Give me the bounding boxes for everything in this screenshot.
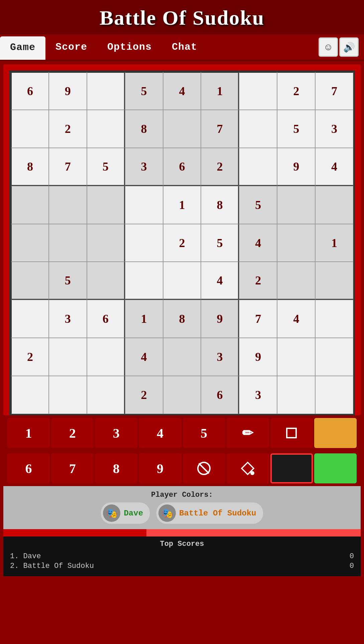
tab-score[interactable]: Score [45, 34, 97, 60]
sudoku-cell[interactable]: 3 [201, 338, 239, 376]
sudoku-cell[interactable] [87, 72, 125, 110]
sudoku-cell[interactable]: 4 [315, 148, 353, 186]
sudoku-cell[interactable]: 1 [125, 300, 163, 338]
sudoku-cell[interactable] [11, 262, 49, 300]
numpad-btn-pencil[interactable]: ✏ [227, 418, 269, 448]
sudoku-cell[interactable] [11, 300, 49, 338]
sudoku-cell[interactable]: 9 [239, 338, 277, 376]
numpad-btn-green-color[interactable] [314, 453, 357, 483]
numpad-btn-5[interactable]: 5 [183, 418, 225, 448]
sudoku-cell[interactable] [277, 224, 315, 262]
sudoku-cell[interactable]: 4 [163, 72, 201, 110]
numpad-btn-black-color[interactable] [270, 453, 313, 483]
sudoku-cell[interactable]: 1 [163, 186, 201, 224]
sudoku-cell[interactable]: 5 [277, 110, 315, 148]
sudoku-cell[interactable] [125, 224, 163, 262]
sudoku-cell[interactable] [49, 224, 87, 262]
numpad-btn-6[interactable]: 6 [7, 453, 50, 483]
sudoku-cell[interactable] [11, 186, 49, 224]
sudoku-cell[interactable] [49, 376, 87, 414]
sudoku-cell[interactable] [163, 376, 201, 414]
sudoku-cell[interactable] [315, 376, 353, 414]
sudoku-cell[interactable]: 4 [125, 338, 163, 376]
sudoku-cell[interactable] [315, 338, 353, 376]
sudoku-cell[interactable]: 6 [87, 300, 125, 338]
emoji-button[interactable]: ☺ [319, 37, 338, 57]
numpad-btn-no-symbol[interactable] [183, 453, 225, 483]
sudoku-cell[interactable]: 6 [163, 148, 201, 186]
sudoku-cell[interactable] [87, 186, 125, 224]
sudoku-cell[interactable]: 2 [11, 338, 49, 376]
sudoku-cell[interactable]: 7 [201, 110, 239, 148]
sudoku-cell[interactable] [163, 110, 201, 148]
sudoku-cell[interactable]: 1 [201, 72, 239, 110]
sudoku-cell[interactable] [277, 262, 315, 300]
numpad-btn-diamond-fill[interactable] [227, 453, 269, 483]
sudoku-cell[interactable]: 7 [315, 72, 353, 110]
tab-options[interactable]: Options [97, 34, 162, 60]
sudoku-cell[interactable] [87, 110, 125, 148]
sudoku-cell[interactable] [125, 262, 163, 300]
sudoku-cell[interactable] [49, 186, 87, 224]
numpad-btn-1[interactable]: 1 [7, 418, 50, 448]
sudoku-cell[interactable]: 9 [277, 148, 315, 186]
sudoku-cell[interactable] [239, 148, 277, 186]
tab-game[interactable]: Game [0, 36, 45, 60]
sudoku-cell[interactable]: 5 [49, 262, 87, 300]
sudoku-cell[interactable]: 6 [201, 376, 239, 414]
numpad-btn-8[interactable]: 8 [95, 453, 137, 483]
sudoku-cell[interactable] [87, 376, 125, 414]
tab-chat[interactable]: Chat [162, 34, 207, 60]
sudoku-cell[interactable] [239, 72, 277, 110]
numpad-btn-7[interactable]: 7 [51, 453, 94, 483]
sudoku-cell[interactable]: 8 [11, 148, 49, 186]
sudoku-cell[interactable]: 7 [239, 300, 277, 338]
sudoku-cell[interactable]: 5 [239, 186, 277, 224]
sudoku-cell[interactable]: 7 [49, 148, 87, 186]
sudoku-cell[interactable] [87, 224, 125, 262]
sudoku-cell[interactable] [11, 110, 49, 148]
sudoku-cell[interactable]: 4 [277, 300, 315, 338]
sudoku-cell[interactable]: 9 [201, 300, 239, 338]
sudoku-cell[interactable]: 6 [11, 72, 49, 110]
sudoku-cell[interactable]: 2 [239, 262, 277, 300]
sudoku-cell[interactable] [277, 186, 315, 224]
sudoku-cell[interactable]: 2 [49, 110, 87, 148]
sudoku-cell[interactable] [163, 262, 201, 300]
sudoku-cell[interactable] [163, 338, 201, 376]
sudoku-cell[interactable]: 3 [239, 376, 277, 414]
sudoku-cell[interactable]: 4 [201, 262, 239, 300]
sudoku-cell[interactable] [87, 338, 125, 376]
sudoku-cell[interactable]: 8 [163, 300, 201, 338]
sudoku-cell[interactable]: 3 [315, 110, 353, 148]
sudoku-cell[interactable]: 4 [239, 224, 277, 262]
numpad-btn-2[interactable]: 2 [51, 418, 94, 448]
sudoku-cell[interactable]: 9 [49, 72, 87, 110]
numpad-btn-4[interactable]: 4 [139, 418, 181, 448]
sudoku-cell[interactable] [239, 110, 277, 148]
sudoku-cell[interactable] [315, 300, 353, 338]
sudoku-cell[interactable] [277, 376, 315, 414]
sudoku-cell[interactable] [87, 262, 125, 300]
sudoku-cell[interactable] [49, 338, 87, 376]
sudoku-cell[interactable]: 3 [49, 300, 87, 338]
sudoku-cell[interactable]: 2 [163, 224, 201, 262]
sudoku-cell[interactable] [315, 262, 353, 300]
sound-button[interactable]: 🔊 [339, 37, 359, 57]
numpad-btn-orange-color[interactable] [314, 418, 357, 448]
sudoku-cell[interactable]: 8 [125, 110, 163, 148]
sudoku-cell[interactable] [315, 186, 353, 224]
sudoku-cell[interactable]: 2 [125, 376, 163, 414]
sudoku-cell[interactable]: 2 [201, 148, 239, 186]
sudoku-cell[interactable] [277, 338, 315, 376]
numpad-btn-3[interactable]: 3 [95, 418, 137, 448]
sudoku-cell[interactable]: 2 [277, 72, 315, 110]
sudoku-cell[interactable]: 5 [87, 148, 125, 186]
numpad-btn-square[interactable] [270, 418, 313, 448]
sudoku-cell[interactable]: 5 [125, 72, 163, 110]
sudoku-cell[interactable]: 5 [201, 224, 239, 262]
sudoku-cell[interactable] [125, 186, 163, 224]
sudoku-cell[interactable]: 8 [201, 186, 239, 224]
sudoku-cell[interactable]: 1 [315, 224, 353, 262]
sudoku-cell[interactable] [11, 376, 49, 414]
